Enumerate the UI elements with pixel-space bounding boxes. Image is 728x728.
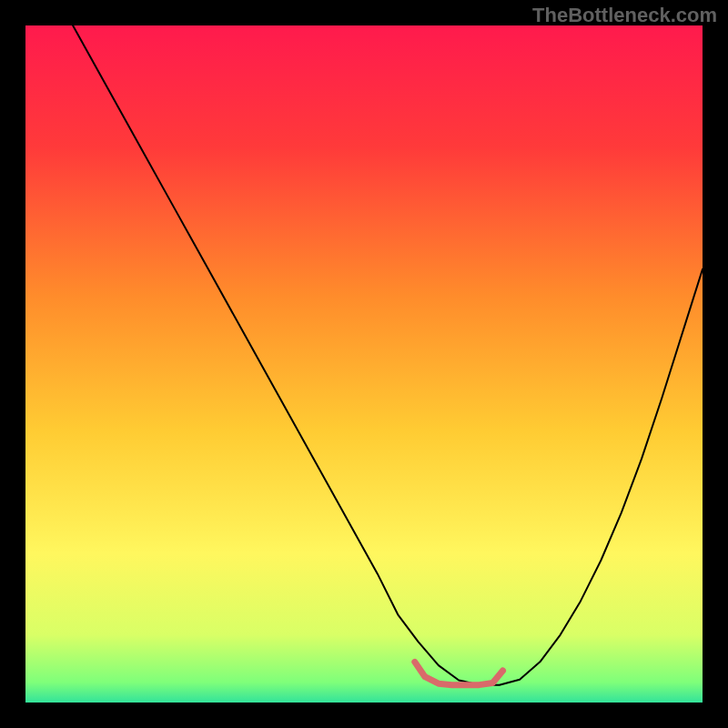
chart-plot-area [25, 25, 703, 703]
watermark-text: TheBottleneck.com [532, 4, 717, 27]
chart-svg [25, 25, 703, 703]
chart-background [25, 25, 703, 703]
